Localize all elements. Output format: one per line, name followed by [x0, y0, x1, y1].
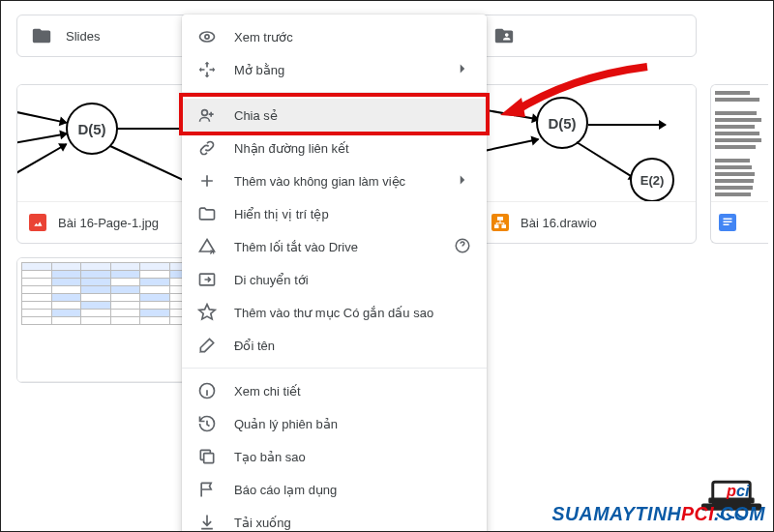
share-icon	[197, 105, 217, 125]
chevron-right-icon	[454, 60, 471, 80]
file-label: Bài 16.drawio	[521, 216, 597, 230]
menu-preview[interactable]: Xem trước	[182, 20, 487, 53]
menu-label: Thêm vào thư mục Có gắn dấu sao	[234, 306, 471, 320]
folder-outline-icon	[197, 204, 217, 223]
link-icon	[197, 138, 217, 158]
menu-get-link[interactable]: Nhận đường liên kết	[182, 132, 487, 164]
file-label: Bài 16-Page-1.jpg	[58, 216, 159, 230]
menu-add-star[interactable]: Thêm vào thư mục Có gắn dấu sao	[182, 296, 487, 329]
file-card-doc[interactable]	[710, 84, 768, 244]
drawio-icon	[491, 214, 509, 231]
chevron-right-icon	[454, 171, 471, 192]
watermark-text: SUAMAYTINHPCI.COM	[552, 503, 766, 525]
copy-icon	[197, 447, 217, 466]
preview-icon	[197, 27, 217, 46]
menu-details[interactable]: Xem chi tiết	[182, 374, 487, 407]
star-icon	[197, 303, 217, 322]
menu-label: Tạo bản sao	[234, 450, 471, 464]
svg-text:p: p	[726, 482, 736, 499]
menu-add-workspace[interactable]: Thêm vào không gian làm việc	[182, 164, 487, 197]
file-thumbnail	[711, 85, 768, 202]
svg-rect-3	[494, 224, 499, 228]
menu-label: Quản lý phiên bản	[234, 417, 471, 431]
menu-label: Xem trước	[234, 30, 471, 44]
plus-icon	[197, 171, 217, 191]
move-icon	[197, 270, 217, 289]
help-icon[interactable]	[454, 237, 471, 257]
svg-rect-4	[502, 224, 507, 228]
folder-shared[interactable]	[479, 15, 697, 57]
menu-open-with[interactable]: Mở bằng	[182, 53, 487, 86]
svg-rect-0	[29, 214, 46, 231]
menu-report[interactable]: Báo cáo lạm dụng	[182, 473, 487, 506]
file-card-drawio[interactable]: D(5) E(2) Bài 16.drawio	[479, 84, 697, 244]
menu-versions[interactable]: Quản lý phiên bản	[182, 407, 487, 440]
menu-rename[interactable]: Đổi tên	[182, 329, 487, 362]
history-icon	[197, 414, 217, 433]
menu-separator	[182, 368, 487, 369]
context-menu: Xem trước Mở bằng Chia sẻ Nhận đường liê…	[182, 15, 487, 532]
menu-share[interactable]: Chia sẻ	[182, 99, 487, 132]
svg-rect-15	[204, 454, 214, 463]
rename-icon	[197, 336, 217, 355]
download-icon	[197, 513, 217, 532]
menu-separator	[182, 92, 487, 93]
menu-label: Đổi tên	[234, 339, 471, 353]
menu-label: Chia sẻ	[234, 108, 471, 123]
menu-copy[interactable]: Tạo bản sao	[182, 440, 487, 473]
menu-label: Thêm lối tắt vào Drive	[234, 240, 436, 254]
menu-label: Di chuyển tới	[234, 273, 471, 287]
menu-label: Báo cáo lạm dụng	[234, 483, 471, 497]
doc-icon	[719, 214, 736, 231]
svg-rect-2	[497, 217, 503, 221]
menu-move-to[interactable]: Di chuyển tới	[182, 263, 487, 296]
menu-label: Tải xuống	[234, 516, 471, 530]
menu-label: Thêm vào không gian làm việc	[234, 174, 436, 189]
folder-icon	[31, 25, 52, 46]
folder-shared-icon	[493, 25, 515, 46]
open-with-icon	[197, 60, 217, 79]
menu-download[interactable]: Tải xuống	[182, 506, 487, 532]
svg-point-10	[205, 35, 209, 39]
file-thumbnail: D(5) E(2)	[480, 85, 696, 202]
svg-rect-7	[724, 222, 732, 223]
drive-shortcut-icon	[197, 237, 217, 256]
image-icon	[29, 214, 46, 231]
folder-label: Slides	[66, 29, 100, 44]
info-icon	[197, 381, 217, 400]
svg-rect-8	[724, 224, 729, 226]
svg-text:ci: ci	[736, 482, 750, 499]
menu-show-location[interactable]: Hiển thị vị trí tệp	[182, 197, 487, 230]
menu-label: Hiển thị vị trí tệp	[234, 207, 471, 222]
menu-label: Xem chi tiết	[234, 384, 471, 399]
menu-label: Mở bằng	[234, 63, 436, 77]
flag-icon	[197, 480, 217, 499]
svg-point-11	[202, 110, 208, 116]
menu-add-shortcut[interactable]: Thêm lối tắt vào Drive	[182, 230, 487, 263]
svg-point-9	[200, 32, 215, 42]
menu-label: Nhận đường liên kết	[234, 141, 471, 156]
svg-rect-6	[724, 219, 732, 221]
